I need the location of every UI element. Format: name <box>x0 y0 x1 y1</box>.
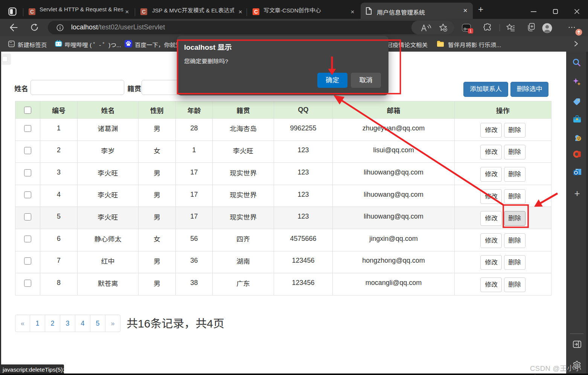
svg-text:1: 1 <box>469 29 472 33</box>
